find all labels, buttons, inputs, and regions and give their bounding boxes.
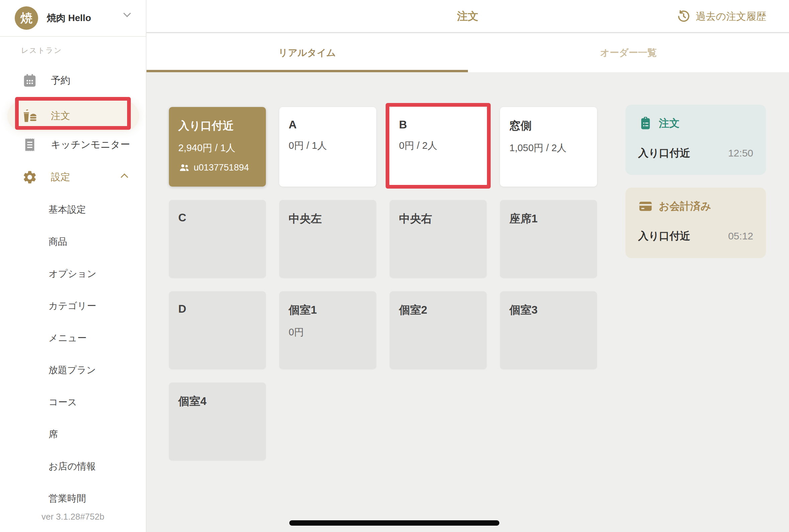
table-price: 2,940円 / 1人 (178, 141, 257, 155)
notification-table-name: 入り口付近 (638, 229, 690, 243)
past-order-history-button[interactable]: 過去の注文履歴 (677, 0, 766, 33)
table-name: D (178, 303, 257, 315)
table-grid: 入り口付近 2,940円 / 1人 u0137751894 A 0円 / 1人 … (169, 107, 597, 460)
clipboard-icon (638, 116, 653, 131)
table-name: 個室4 (178, 394, 257, 409)
sidebar-subitem-products[interactable]: 商品 (0, 226, 146, 258)
sidebar-item-label: 設定 (51, 171, 70, 184)
sidebar-item-settings[interactable]: 設定 (0, 161, 146, 193)
table-name: 中央右 (399, 211, 477, 226)
table-name: C (178, 211, 257, 224)
sidebar-subitem-course[interactable]: コース (0, 386, 146, 418)
sidebar-item-kitchen-monitor[interactable]: キッチンモニター (0, 129, 146, 161)
table-card[interactable]: 個室3 (500, 291, 597, 369)
credit-card-icon (638, 199, 653, 214)
table-name: 中央左 (289, 211, 367, 226)
table-card[interactable]: 個室4 (169, 382, 266, 460)
sidebar-subitem-seats[interactable]: 席 (0, 418, 146, 451)
chevron-down-icon (124, 10, 131, 17)
table-status-content: 入り口付近 2,940円 / 1人 u0137751894 A 0円 / 1人 … (147, 72, 789, 532)
table-card[interactable]: 窓側 1,050円 / 2人 (500, 107, 597, 187)
table-name: 個室3 (509, 303, 588, 318)
notification-card-order[interactable]: 注文 入り口付近 12:50 (625, 104, 766, 175)
sidebar-subitem-categories[interactable]: カテゴリー (0, 290, 146, 322)
sidebar-subitem-store-info[interactable]: お店の情報 (0, 451, 146, 482)
people-icon (178, 162, 190, 173)
app-version: ver 3.1.28#752b (0, 512, 146, 522)
table-card[interactable]: 座席1 (500, 200, 597, 278)
table-card[interactable]: 個室1 0円 (279, 291, 376, 369)
notification-header: 注文 (638, 116, 753, 131)
settings-submenu: 基本設定 商品 オプション カテゴリー メニュー 放題プラン コース 席 お店の… (0, 194, 146, 515)
notification-card-paid[interactable]: お会計済み 入り口付近 05:12 (625, 188, 766, 258)
notification-table-name: 入り口付近 (638, 146, 690, 160)
table-card[interactable]: 入り口付近 2,940円 / 1人 u0137751894 (169, 107, 266, 187)
table-card[interactable]: 中央右 (390, 200, 487, 278)
notification-title: 注文 (659, 116, 680, 130)
gear-icon (22, 170, 37, 185)
notification-time: 12:50 (728, 148, 753, 159)
sidebar-item-orders[interactable]: 注文 (7, 101, 139, 131)
sidebar: 焼 焼肉 Hello レストラン 予約 注文 キッチンモニター 設定 基本設定 … (0, 0, 147, 532)
notification-title: お会計済み (659, 199, 711, 213)
table-name: 入り口付近 (178, 118, 257, 133)
notification-row: 入り口付近 12:50 (638, 146, 753, 160)
home-indicator[interactable] (289, 520, 499, 526)
sidebar-item-label: キッチンモニター (51, 138, 130, 151)
table-card[interactable]: B 0円 / 2人 (390, 107, 487, 187)
table-user: u0137751894 (178, 162, 257, 173)
store-name: 焼肉 Hello (47, 12, 91, 24)
table-name: A (289, 118, 367, 131)
table-name: 個室2 (399, 303, 477, 318)
chevron-up-icon (121, 173, 128, 181)
notification-header: お会計済み (638, 199, 753, 214)
receipt-icon (22, 137, 37, 152)
sidebar-item-reservations[interactable]: 予約 (0, 64, 146, 97)
order-management-app: 焼 焼肉 Hello レストラン 予約 注文 キッチンモニター 設定 基本設定 … (0, 0, 789, 532)
table-card[interactable]: 中央左 (279, 200, 376, 278)
fastfood-icon (22, 108, 37, 124)
table-card[interactable]: 個室2 (390, 291, 487, 369)
history-icon (677, 10, 690, 23)
header: 注文 過去の注文履歴 (147, 0, 789, 33)
sidebar-section-label: レストラン (21, 45, 62, 56)
tab-realtime[interactable]: リアルタイム (147, 34, 468, 72)
table-name: B (399, 118, 477, 131)
sidebar-item-label: 予約 (51, 74, 70, 87)
table-card[interactable]: D (169, 291, 266, 369)
tab-order-list[interactable]: オーダー一覧 (468, 34, 789, 72)
table-price: 0円 (289, 326, 367, 339)
sidebar-item-label: 注文 (51, 109, 70, 123)
notification-row: 入り口付近 05:12 (638, 229, 753, 243)
sidebar-subitem-menu[interactable]: メニュー (0, 322, 146, 354)
past-order-history-label: 過去の注文履歴 (696, 10, 766, 23)
table-name: 個室1 (289, 303, 367, 318)
sidebar-subitem-business-hours[interactable]: 営業時間 (0, 482, 146, 515)
table-name: 座席1 (509, 211, 588, 226)
table-name: 窓側 (509, 118, 588, 133)
store-selector[interactable]: 焼 焼肉 Hello (0, 0, 146, 37)
calendar-icon (22, 73, 37, 88)
table-card[interactable]: A 0円 / 1人 (279, 107, 376, 187)
sidebar-subitem-options[interactable]: オプション (0, 258, 146, 290)
notification-time: 05:12 (728, 230, 753, 242)
sidebar-subitem-all-you-can-eat-plan[interactable]: 放題プラン (0, 354, 146, 386)
table-price: 1,050円 / 2人 (509, 141, 588, 155)
table-card[interactable]: C (169, 200, 266, 278)
table-price: 0円 / 2人 (399, 139, 477, 152)
tab-bar: リアルタイム オーダー一覧 (147, 34, 789, 72)
table-user-id: u0137751894 (194, 163, 249, 173)
table-price: 0円 / 1人 (289, 139, 367, 152)
sidebar-subitem-basic-settings[interactable]: 基本設定 (0, 194, 146, 226)
store-logo: 焼 (15, 6, 38, 30)
